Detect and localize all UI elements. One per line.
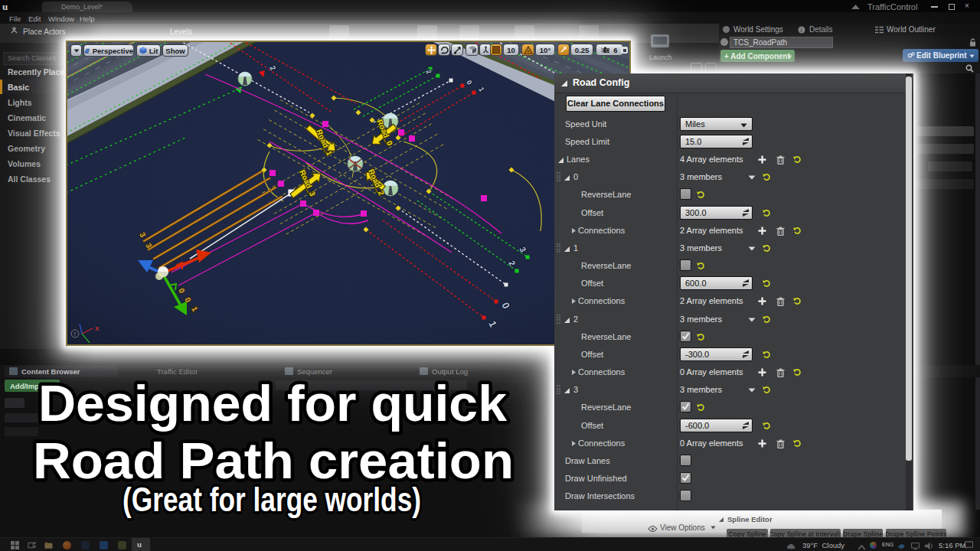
svg-text:X: X xyxy=(95,325,100,332)
svg-text:(Great for large worlds): (Great for large worlds) xyxy=(122,480,421,519)
svg-text:Designed for quick: Designed for quick xyxy=(38,375,507,432)
svg-text:?: ? xyxy=(74,331,77,337)
